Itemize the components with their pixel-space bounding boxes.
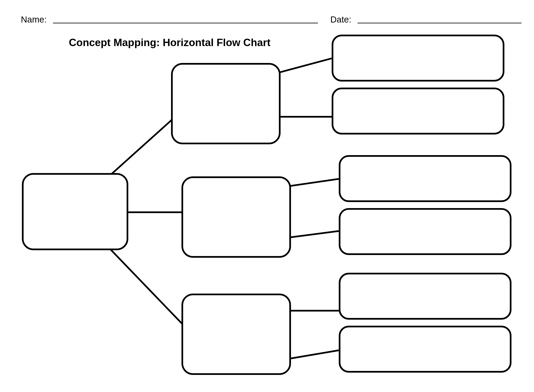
level3-box-4[interactable] bbox=[339, 208, 511, 255]
level3-box-5[interactable] bbox=[339, 273, 511, 320]
level2-box-2[interactable] bbox=[182, 176, 291, 258]
level3-box-2[interactable] bbox=[332, 88, 504, 135]
svg-line-2 bbox=[103, 242, 183, 325]
level3-box-1[interactable] bbox=[332, 35, 504, 82]
level2-box-1[interactable] bbox=[171, 63, 281, 144]
level3-box-3[interactable] bbox=[339, 155, 511, 202]
svg-line-0 bbox=[103, 117, 175, 181]
level3-box-6[interactable] bbox=[339, 326, 511, 373]
root-box[interactable] bbox=[22, 173, 128, 250]
level2-box-3[interactable] bbox=[182, 294, 291, 375]
worksheet: Name: Date: Concept Mapping: Horizontal … bbox=[0, 0, 534, 392]
